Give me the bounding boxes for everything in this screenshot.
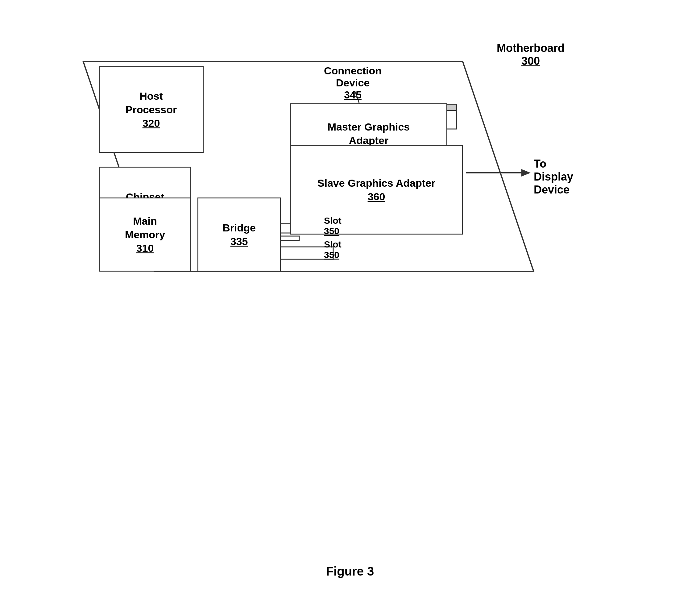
figure-caption: Figure 3 <box>326 564 374 578</box>
slot-label-lower: Slot 350 <box>324 239 342 260</box>
display-arrowhead <box>521 169 531 176</box>
to-display-label: ToDisplayDevice <box>534 158 573 196</box>
slot-label-upper: Slot 350 <box>324 215 342 236</box>
motherboard-label: Motherboard 300 <box>497 42 565 68</box>
diagram-container: Motherboard 300 HostProcessor 320 Chipse… <box>46 25 632 518</box>
connection-device-label: ConnectionDevice 345 <box>324 65 382 101</box>
slave-graphics-box: Slave Graphics Adapter 360 <box>290 145 463 235</box>
bridge-box: Bridge 335 <box>197 197 281 271</box>
host-processor-box: HostProcessor 320 <box>99 66 204 153</box>
main-memory-box: MainMemory 310 <box>99 197 191 271</box>
